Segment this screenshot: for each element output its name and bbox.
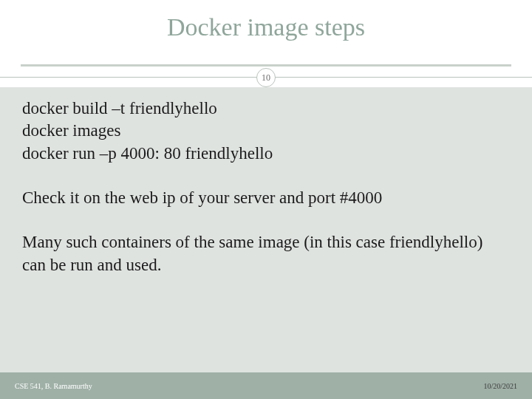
content-area: docker build –t friendlyhello docker ima… xyxy=(0,87,532,372)
footer-left: CSE 541, B. Ramamurthy xyxy=(15,382,92,390)
command-line: docker images xyxy=(22,120,510,142)
paragraph: Many such containers of the same image (… xyxy=(22,231,510,276)
footer: CSE 541, B. Ramamurthy 10/20/2021 xyxy=(0,372,532,399)
divider-row: 10 xyxy=(0,66,532,87)
footer-date: 10/20/2021 xyxy=(483,382,517,390)
command-line: docker run –p 4000: 80 friendlyhello xyxy=(22,143,510,165)
slide: Docker image steps 10 docker build –t fr… xyxy=(0,0,532,399)
header: Docker image steps xyxy=(0,0,532,66)
paragraph: Check it on the web ip of your server an… xyxy=(22,187,510,209)
page-number-badge: 10 xyxy=(256,68,276,87)
slide-title: Docker image steps xyxy=(0,0,532,41)
command-line: docker build –t friendlyhello xyxy=(22,98,510,120)
